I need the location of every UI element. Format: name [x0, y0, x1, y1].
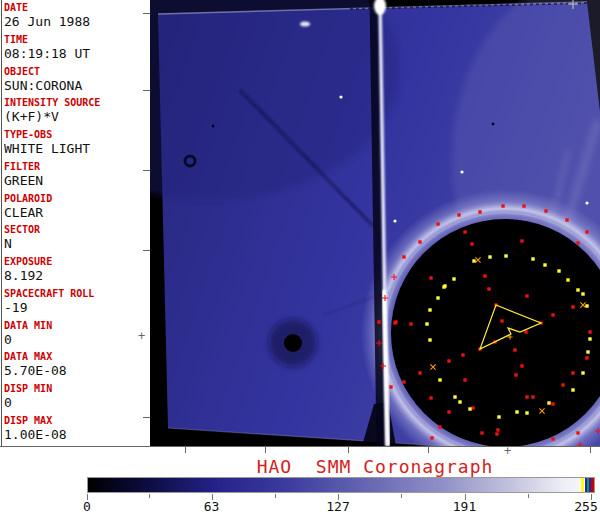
calibration-yellow-dot	[438, 378, 441, 381]
calibration-yellow-dot	[543, 263, 546, 266]
calibration-red-dot	[588, 330, 591, 333]
colorbar-tick-label: 191	[453, 499, 476, 512]
calibration-yellow-dot	[497, 415, 500, 418]
field-label: POLAROID	[4, 192, 150, 205]
calibration-red-dot	[495, 432, 498, 435]
calibration-red-dot	[551, 402, 554, 405]
calibration-yellow-dot	[531, 257, 534, 260]
field-label: TYPE-OBS	[4, 128, 150, 141]
field-type-obs: TYPE-OBSWHITE LIGHT	[4, 128, 150, 160]
field-label: DATE	[4, 1, 150, 14]
field-value: 0	[4, 395, 150, 410]
calibration-yellow-dot	[468, 407, 471, 410]
field-data-max: DATA MAX5.70E-08	[4, 350, 150, 382]
calibration-yellow-dot	[436, 296, 439, 299]
calibration-yellow-dot	[452, 277, 455, 280]
calibration-red-dot	[471, 406, 474, 409]
coronagraph-canvas	[150, 0, 600, 446]
calibration-yellow-dot	[428, 308, 431, 311]
colorbar-minor-tick	[275, 494, 276, 498]
coronagraph-image	[150, 0, 600, 446]
field-value: -19	[4, 300, 150, 315]
calibration-red-dot	[418, 240, 421, 243]
frame-bottom-tick	[428, 447, 429, 453]
calibration-yellow-dot	[443, 284, 446, 287]
calibration-red-dot	[447, 359, 450, 362]
calibration-red-dot	[429, 396, 432, 399]
calibration-red-dot	[576, 241, 579, 244]
frame-left-tick	[143, 170, 150, 171]
footer-panel: HAO SMM Coronagraph 063127191255 +	[0, 447, 600, 512]
field-filter: FILTERGREEN	[4, 160, 150, 192]
calibration-yellow-dot	[425, 322, 428, 325]
calibration-red-dot	[470, 242, 473, 245]
calibration-red-dot	[389, 385, 392, 388]
frame-bottom-tick	[265, 447, 266, 453]
field-value: 0	[4, 332, 150, 347]
calibration-red-dot	[438, 425, 441, 428]
calibration-red-dot	[520, 364, 523, 367]
calibration-red-dot	[409, 322, 412, 325]
calibration-red-dot	[551, 313, 554, 316]
calibration-red-dot	[585, 230, 588, 233]
field-label: OBJECT	[4, 65, 150, 78]
calibration-yellow-dot	[576, 288, 579, 291]
field-label: SPACECRAFT ROLL	[4, 287, 150, 300]
image-title: HAO SMM Coronagraph	[150, 456, 600, 477]
field-date: DATE26 Jun 1988	[4, 1, 150, 33]
field-value: WHITE LIGHT	[4, 141, 150, 156]
calibration-yellow-dot	[515, 410, 518, 413]
calibration-red-dot	[524, 330, 527, 333]
field-label: EXPOSURE	[4, 255, 150, 268]
calibration-red-dot	[571, 371, 574, 374]
field-spacecraft-roll: SPACECRAFT ROLL-19	[4, 287, 150, 319]
frame-bottom-tick	[185, 447, 186, 453]
calibration-yellow-dot	[428, 338, 431, 341]
colorbar-minor-tick	[149, 494, 150, 498]
star-speck	[460, 170, 463, 173]
calibration-red-dot	[544, 209, 547, 212]
field-exposure: EXPOSURE8.192	[4, 255, 150, 287]
frame-left-tick	[143, 90, 150, 91]
frame-left-tick	[143, 13, 150, 14]
star-speck	[393, 219, 396, 222]
colorbar-end-stripe	[591, 478, 594, 492]
metadata-fields: DATE26 Jun 1988TIME08:19:18 UTOBJECTSUN:…	[4, 1, 150, 446]
colorbar-tick-label: 255	[574, 499, 597, 512]
frame-bottom-tick	[348, 447, 349, 453]
calibration-yellow-dot	[566, 278, 569, 281]
field-label: DISP MIN	[4, 382, 150, 395]
calibration-yellow-dot	[547, 401, 550, 404]
dust-speck	[492, 123, 495, 126]
field-polaroid: POLAROIDCLEAR	[4, 192, 150, 224]
field-object: OBJECTSUN:CORONA	[4, 65, 150, 97]
calibration-yellow-dot	[557, 269, 560, 272]
colorbar-tick-label: 0	[83, 499, 91, 512]
calibration-red-dot	[436, 222, 439, 225]
frame-left-tick	[143, 250, 150, 251]
calibration-red-dot	[463, 230, 466, 233]
frame-bottom-tick	[590, 447, 591, 453]
field-disp-min: DISP MIN0	[4, 382, 150, 414]
field-value: SUN:CORONA	[4, 78, 150, 93]
calibration-yellow-dot	[504, 254, 507, 257]
calibration-red-dot	[447, 410, 450, 413]
field-label: DATA MAX	[4, 350, 150, 363]
field-label: DISP MAX	[4, 414, 150, 427]
calibration-red-dot	[525, 395, 528, 398]
white-smudge	[300, 22, 310, 27]
field-label: INTENSITY SOURCE	[4, 96, 150, 109]
star-speck	[585, 201, 588, 204]
calibration-red-dot	[514, 373, 517, 376]
calibration-red-dot	[565, 218, 568, 221]
field-intensity-source: INTENSITY SOURCE(K+F)*V	[4, 96, 150, 128]
calibration-red-dot	[576, 431, 579, 434]
calibration-red-dot	[402, 380, 405, 383]
calibration-red-dot	[463, 378, 466, 381]
field-value: 26 Jun 1988	[4, 14, 150, 29]
calibration-red-dot	[513, 348, 516, 351]
field-sector: SECTORN	[4, 223, 150, 255]
colorbar-minor-tick	[401, 494, 402, 498]
smm-viewer-window: DATE26 Jun 1988TIME08:19:18 UTOBJECTSUN:…	[0, 0, 600, 512]
calibration-red-dot	[487, 287, 490, 290]
